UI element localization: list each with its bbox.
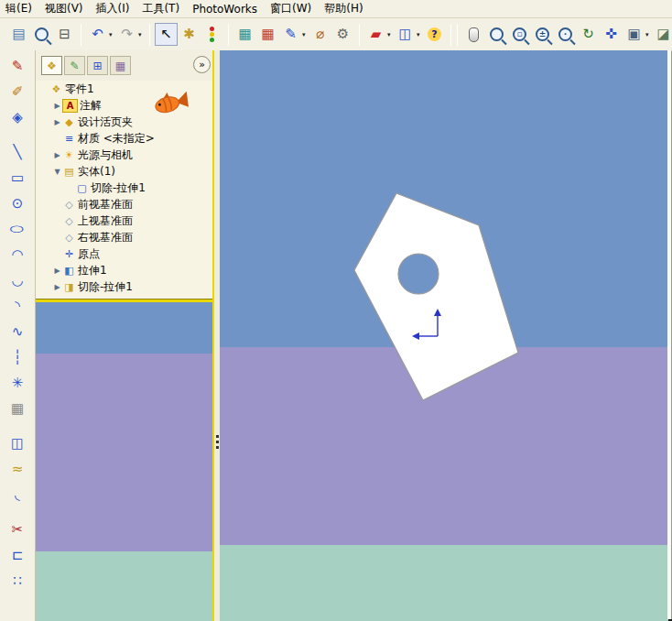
tab-dimxpert[interactable]: ▦ (110, 56, 131, 75)
tab-configurationmanager[interactable]: ⊞ (87, 56, 108, 75)
undo-dropdown-icon[interactable]: ▾ (109, 31, 115, 38)
zoom-in-out-button[interactable]: ± (531, 23, 554, 46)
three-point-arc-button[interactable]: ◝ (4, 295, 31, 317)
tree-item-lights-cameras-expander-icon[interactable]: ▶ (52, 151, 62, 159)
convert-entities-button[interactable]: ⊏ (4, 544, 31, 566)
new-document-button[interactable]: ▤ (7, 23, 30, 46)
tree-item-design-binder-expander-icon[interactable]: ▶ (52, 118, 62, 126)
toolbar-group: ▫±·↻✜▣▾◪◫ (461, 23, 672, 46)
menu-item-window[interactable]: 窗口(W) (264, 0, 318, 17)
menu-item-help[interactable]: 帮助(H) (318, 0, 369, 17)
trim-entities-button[interactable]: ✂ (4, 518, 31, 540)
tree-item-cut-extrude1-body[interactable]: ▢切除-拉伸1 (36, 180, 212, 196)
selection-filter-icon: ✱ (183, 27, 195, 41)
grid-snap-button[interactable]: ▦ (4, 398, 31, 419)
modify-sketch-button[interactable]: ◈ (4, 106, 31, 128)
point-button[interactable]: ✳ (4, 372, 31, 394)
print-button[interactable]: ⊟ (53, 23, 76, 46)
toolbar-separator (359, 24, 360, 46)
select-button[interactable]: ↖ (155, 23, 178, 46)
stoplight-button[interactable] (201, 23, 223, 46)
spline-button[interactable]: ∿ (4, 321, 31, 343)
rotate-view-button[interactable]: ↻ (577, 23, 600, 46)
undo-button[interactable]: ↶ (86, 23, 109, 46)
cut-extrude1-icon: ◨ (62, 281, 76, 293)
redo-icon: ↷ (121, 27, 133, 41)
appearance-button[interactable]: ▰ (364, 23, 387, 46)
options-tools-button[interactable]: ⚙ (331, 23, 354, 46)
redo-button[interactable]: ↷ (115, 23, 138, 46)
linear-sketch-pattern-button[interactable]: ∷ (4, 570, 31, 592)
mirror-entities-button[interactable]: ◫ (4, 432, 31, 454)
new-document-icon: ▤ (12, 27, 25, 41)
tab-propertymanager[interactable]: ✎ (64, 56, 85, 75)
tree-item-extrude1-expander-icon[interactable]: ▶ (52, 267, 62, 275)
panel-bg-horizon (36, 354, 212, 551)
zoom-to-selection-icon: · (558, 27, 572, 41)
section-view-button[interactable]: ◪ (652, 23, 672, 46)
tree-item-extrude1[interactable]: ▶◧拉伸1 (36, 262, 212, 278)
tree-item-label: 原点 (76, 246, 100, 262)
menu-item-tools[interactable]: 工具(T) (135, 0, 186, 17)
tree-item-annotations-expander-icon[interactable]: ▶ (52, 102, 62, 110)
view-orientation-button[interactable]: ◫ (394, 23, 417, 46)
zoom-to-selection-button[interactable]: · (554, 23, 577, 46)
tree-item-material[interactable]: ≡材质 <未指定> (36, 130, 212, 147)
menu-item-view[interactable]: 视图(V) (38, 0, 90, 17)
pan-button[interactable]: ✜ (600, 23, 623, 46)
three-point-arc-icon: ◝ (15, 298, 20, 314)
smart-dimension-button[interactable]: ⌀ (309, 23, 331, 46)
appearance-dropdown-icon[interactable]: ▾ (387, 31, 394, 38)
3d-sketch-button[interactable]: ✐ (4, 81, 31, 103)
sketch-entities-dropdown-icon[interactable]: ▾ (302, 31, 309, 38)
circle-button[interactable]: ⊙ (4, 192, 31, 214)
mouse-select-button[interactable] (462, 23, 485, 46)
view-orientation-dropdown-icon[interactable]: ▾ (417, 31, 423, 38)
lights-cameras-icon: ☀ (62, 149, 76, 161)
rectangle-button[interactable]: ▭ (4, 167, 31, 189)
tree-item-origin[interactable]: ✛原点 (36, 245, 212, 262)
tree-item-solid-bodies[interactable]: ▼▤实体(1) (36, 163, 212, 180)
print-preview-icon (35, 27, 49, 41)
undo-icon: ↶ (92, 27, 103, 41)
ellipse-button[interactable]: ○ (4, 218, 31, 240)
offset-entities-button[interactable]: ≈ (4, 458, 31, 480)
tangent-arc-button[interactable]: ◡ (4, 269, 31, 291)
centerpoint-arc-button[interactable]: ◠ (4, 244, 31, 266)
graphics-area[interactable] (220, 50, 668, 621)
tree-item-cut-extrude1[interactable]: ▶◨切除-拉伸1 (36, 278, 212, 295)
help-button[interactable]: ? (423, 23, 446, 46)
zoom-in-out-icon: ± (536, 27, 549, 41)
standard-views-button[interactable]: ▣ (623, 23, 645, 46)
part-hole[interactable] (398, 254, 439, 294)
selection-filter-button[interactable]: ✱ (178, 23, 201, 46)
tree-item-right-plane[interactable]: ◇右视基准面 (36, 229, 212, 245)
tree-item-lights-cameras[interactable]: ▶☀光源与相机 (36, 147, 212, 163)
window-edge (667, 50, 671, 619)
tree-item-top-plane[interactable]: ◇上视基准面 (36, 212, 212, 229)
standard-views-dropdown-icon[interactable]: ▾ (645, 31, 652, 38)
tab-featuremanager[interactable]: ❖ (41, 56, 62, 75)
menu-item-photoworks[interactable]: PhotoWorks (186, 2, 264, 16)
panel-background (36, 302, 212, 621)
tree-item-label: 上视基准面 (76, 213, 133, 229)
menu-item-edit[interactable]: 辑(E) (0, 0, 38, 17)
line-button[interactable]: ╲ (4, 141, 31, 163)
circle-icon: ⊙ (12, 195, 24, 212)
sketch-entities-button[interactable]: ✎ (279, 23, 302, 46)
tree-item-front-plane[interactable]: ◇前视基准面 (36, 196, 212, 212)
print-preview-button[interactable] (30, 23, 53, 46)
panel-collapse-button[interactable]: » (193, 56, 211, 73)
sketch-button[interactable]: ✎ (4, 55, 31, 77)
sketch-fillet-button[interactable]: ◟ (4, 484, 31, 506)
centerline-button[interactable]: ┆ (4, 346, 31, 368)
zoom-to-area-button[interactable]: ▫ (508, 23, 531, 46)
tree-item-cut-extrude1-expander-icon[interactable]: ▶ (52, 283, 62, 291)
redo-dropdown-icon[interactable]: ▾ (138, 31, 145, 38)
toolbar-group: ↖✱ (153, 23, 225, 46)
zoom-to-fit-button[interactable] (485, 23, 508, 46)
bom-table-button[interactable]: ▦ (256, 23, 279, 46)
tree-item-solid-bodies-expander-icon[interactable]: ▼ (52, 168, 62, 176)
menu-item-insert[interactable]: 插入(I) (90, 0, 136, 17)
design-table-button[interactable]: ▦ (233, 23, 256, 46)
